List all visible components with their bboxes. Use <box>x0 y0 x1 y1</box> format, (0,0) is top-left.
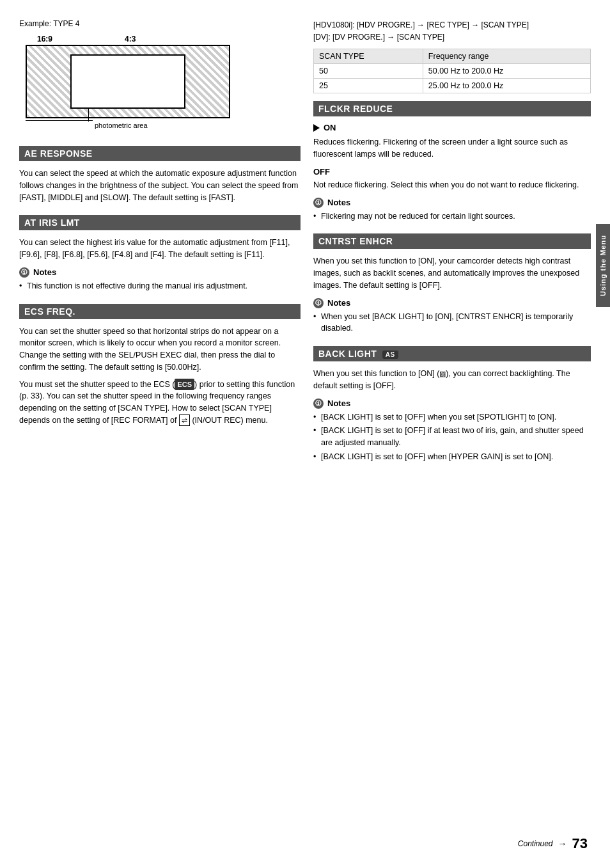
flckr-notes-list: Flickering may not be reduced for certai… <box>313 210 591 223</box>
scan-table-col1-header: SCAN TYPE <box>314 49 423 64</box>
cntrst-enhcr-body: When you set this function to [ON], your… <box>313 255 591 291</box>
ecs-badge: ECS <box>175 379 194 391</box>
flckr-reduce-header: FLCKR REDUCE <box>313 101 591 116</box>
label-169: 16:9 <box>37 35 52 43</box>
hdv-text: [HDV1080i]: [HDV PROGRE.] → [REC TYPE] →… <box>313 19 591 43</box>
scan-table-col2-header: Frequency range <box>423 49 590 64</box>
at-iris-lmt-section: AT IRIS LMT You can select the highest i… <box>19 215 301 292</box>
continued-arrow: → <box>558 839 567 849</box>
back-light-notes-list: [BACK LIGHT] is set to [OFF] when you se… <box>313 411 591 463</box>
note-icon-flckr: 🛈 <box>313 198 324 208</box>
hdv-line2: [DV]: [DV PROGRE.] → [SCAN TYPE] <box>313 31 591 43</box>
ecs-freq-header: ECS FREQ. <box>19 304 301 319</box>
note-icon-backlight: 🛈 <box>313 398 324 409</box>
table-row: 50 50.00 Hz to 200.0 Hz <box>314 64 591 79</box>
diagram-area: Example: TYPE 4 16:9 4:3 photometric are <box>19 19 301 134</box>
scan-row1-col2: 50.00 Hz to 200.0 Hz <box>423 64 590 79</box>
back-light-header: BACK LIGHT AS <box>313 346 591 361</box>
ecs-freq-body1: You can set the shutter speed so that ho… <box>19 326 301 374</box>
flckr-on-body: Reduces flickering. Flickering of the sc… <box>313 136 591 161</box>
at-iris-note-1: This function is not effective during th… <box>19 280 301 292</box>
flckr-reduce-section: FLCKR REDUCE ON Reduces flickering. Flic… <box>313 101 591 222</box>
flckr-off-body: Not reduce flickering. Select this when … <box>313 179 591 191</box>
on-label: ON <box>313 123 591 132</box>
flckr-off-label: OFF <box>313 167 591 177</box>
as-badge: AS <box>382 351 398 359</box>
scan-table: SCAN TYPE Frequency range 50 50.00 Hz to… <box>313 49 591 93</box>
hdv-line1: [HDV1080i]: [HDV PROGRE.] → [REC TYPE] →… <box>313 19 591 31</box>
photometric-line <box>88 107 89 122</box>
table-row: 25 25.00 Hz to 200.0 Hz <box>314 79 591 93</box>
cntrst-enhcr-header: CNTRST ENHCR <box>313 233 591 249</box>
back-light-note-1: [BACK LIGHT] is set to [OFF] when you se… <box>313 411 591 423</box>
flckr-notes-header: 🛈 Notes <box>313 198 591 208</box>
cntrst-notes-header: 🛈 Notes <box>313 298 591 308</box>
note-icon: 🛈 <box>19 267 29 278</box>
continued-text: Continued <box>518 839 553 848</box>
at-iris-lmt-body: You can select the highest iris value fo… <box>19 237 301 261</box>
ae-response-header: AE RESPONSE <box>19 146 301 161</box>
left-column: Example: TYPE 4 16:9 4:3 photometric are <box>19 19 301 475</box>
ae-response-section: AE RESPONSE You can select the speed at … <box>19 146 301 203</box>
back-light-note-3: [BACK LIGHT] is set to [OFF] when [HYPER… <box>313 451 591 463</box>
ae-response-body: You can select the speed at which the au… <box>19 168 301 203</box>
inout-icon: ⇌ <box>179 414 190 427</box>
back-light-notes-header: 🛈 Notes <box>313 398 591 409</box>
cntrst-note-1: When you set [BACK LIGHT] to [ON], [CNTR… <box>313 311 591 335</box>
flckr-note-1: Flickering may not be reduced for certai… <box>313 210 591 223</box>
back-light-note-2: [BACK LIGHT] is set to [OFF] if at least… <box>313 425 591 449</box>
ecs-freq-section: ECS FREQ. You can set the shutter speed … <box>19 304 301 427</box>
sidebar-tab: Using the Menu <box>596 224 610 307</box>
page: Example: TYPE 4 16:9 4:3 photometric are <box>0 0 610 868</box>
footer: Continued → 73 <box>518 835 588 852</box>
scan-row2-col1: 25 <box>314 79 423 93</box>
cntrst-notes-list: When you set [BACK LIGHT] to [ON], [CNTR… <box>313 311 591 335</box>
example-label: Example: TYPE 4 <box>19 19 301 28</box>
right-column: [HDV1080i]: [HDV PROGRE.] → [REC TYPE] →… <box>313 19 591 475</box>
cntrst-enhcr-section: CNTRST ENHCR When you set this function … <box>313 233 591 335</box>
ecs-freq-body2: You must set the shutter speed to the EC… <box>19 379 301 427</box>
at-iris-notes-list: This function is not effective during th… <box>19 280 301 292</box>
back-icon: ▨ <box>439 370 446 377</box>
play-triangle-icon <box>313 124 320 132</box>
scan-row1-col1: 50 <box>314 64 423 79</box>
back-light-section: BACK LIGHT AS When you set this function… <box>313 346 591 463</box>
at-iris-notes-header: 🛈 Notes <box>19 267 301 278</box>
photometric-hline <box>26 120 93 121</box>
inner-diagram-rect <box>70 54 185 109</box>
page-number: 73 <box>572 835 588 852</box>
at-iris-lmt-header: AT IRIS LMT <box>19 215 301 230</box>
scan-row2-col2: 25.00 Hz to 200.0 Hz <box>423 79 590 93</box>
back-light-body: When you set this function to [ON] (▨), … <box>313 368 591 392</box>
note-icon-cntrst: 🛈 <box>313 298 324 308</box>
photometric-area-label: photometric area <box>95 122 148 129</box>
label-43: 4:3 <box>125 35 136 43</box>
